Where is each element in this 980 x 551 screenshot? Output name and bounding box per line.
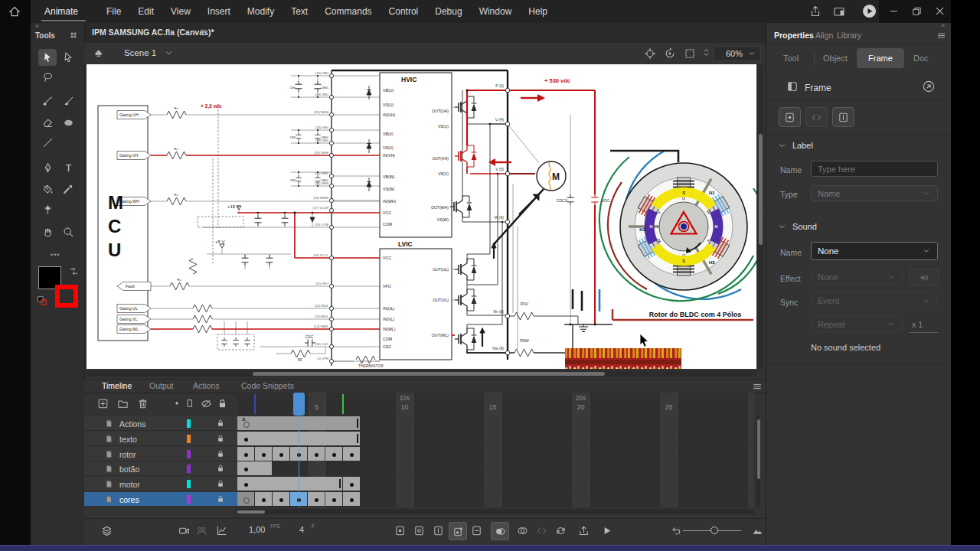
sound-repeat-select[interactable]: Repeat <box>811 316 903 332</box>
canvas-hscrollbar[interactable] <box>87 370 756 377</box>
canvas-vscrollbar[interactable] <box>757 64 763 369</box>
layer-row-motor[interactable]: motor <box>84 477 237 491</box>
onion-end-marker[interactable] <box>342 394 344 414</box>
subtab-frame[interactable]: Frame <box>857 48 904 68</box>
eraser-tool[interactable] <box>38 114 57 131</box>
loop-playback-button[interactable] <box>552 522 569 539</box>
onion-start-marker[interactable] <box>254 394 256 414</box>
more-tools-icon[interactable]: ••• <box>51 251 60 259</box>
auto-keyframe-button[interactable] <box>449 522 467 540</box>
clip-content-button[interactable] <box>684 47 696 60</box>
home-button[interactable] <box>8 5 21 18</box>
layers-options-button[interactable] <box>98 522 115 539</box>
label-name-input[interactable] <box>811 161 938 177</box>
subtab-doc[interactable]: Doc <box>913 54 929 63</box>
current-frame-value[interactable]: 4 <box>299 525 304 534</box>
line-tool[interactable] <box>38 134 57 151</box>
playhead-line[interactable] <box>299 416 300 507</box>
menu-insert[interactable]: Insert <box>199 0 239 23</box>
app-brand[interactable]: Animate <box>44 6 78 17</box>
properties-menu-icon[interactable] <box>936 31 946 41</box>
outline-layers-toggle[interactable] <box>185 398 195 409</box>
subtab-tool[interactable]: Tool <box>783 54 799 63</box>
playhead-handle[interactable] <box>293 393 305 416</box>
sound-loop-count[interactable]: x 1 <box>912 320 923 329</box>
reset-timeline-zoom-button[interactable] <box>668 522 684 539</box>
subtab-object[interactable]: Object <box>823 54 848 63</box>
edit-symbols-icon[interactable]: ♣ <box>95 47 102 59</box>
close-tab-icon[interactable]: × <box>201 26 206 37</box>
timeline-menu-icon[interactable] <box>752 381 763 392</box>
timeline-zoom-slider-handle[interactable] <box>710 527 718 534</box>
insert-frame-button[interactable] <box>430 522 446 539</box>
stage-canvas[interactable]: M <box>87 64 756 369</box>
layer-lock-icon[interactable] <box>216 434 225 445</box>
timeline-hscrollbar[interactable] <box>237 509 754 514</box>
close-window-button[interactable] <box>934 5 946 17</box>
asset-warp-tool[interactable] <box>38 201 57 217</box>
highlight-layers-toggle[interactable] <box>172 398 182 409</box>
delete-layer-button[interactable] <box>137 398 149 409</box>
sound-name-select[interactable]: None <box>811 242 938 260</box>
delete-frame-button[interactable] <box>468 522 485 539</box>
timeline-tab-code-snippets[interactable]: Code Snippets <box>241 380 294 393</box>
timeline-hscroll-thumb[interactable] <box>237 510 265 514</box>
menu-view[interactable]: View <box>162 0 199 23</box>
convert-to-symbol-icon[interactable] <box>923 80 935 93</box>
menu-window[interactable]: Window <box>471 0 521 23</box>
device-preview-button[interactable] <box>833 5 845 18</box>
sound-effect-select[interactable]: None <box>811 269 903 285</box>
timeline-zoom-max-button[interactable] <box>749 522 766 539</box>
menu-control[interactable]: Control <box>381 0 427 23</box>
onion-outline-button[interactable] <box>514 522 531 539</box>
layer-row-texto[interactable]: texto <box>84 432 237 446</box>
label-section-chevron[interactable] <box>777 141 787 151</box>
hide-layers-toggle[interactable] <box>201 398 212 409</box>
vscroll-thumb[interactable] <box>759 134 763 245</box>
layer-lock-icon[interactable] <box>216 449 225 460</box>
timeline-tab-timeline[interactable]: Timeline <box>102 380 132 393</box>
layer-lock-icon[interactable] <box>216 464 225 474</box>
zoom-tool[interactable] <box>59 223 77 240</box>
classic-brush-tool[interactable] <box>59 93 77 109</box>
subselection-tool[interactable] <box>59 49 77 66</box>
menu-file[interactable]: File <box>98 0 129 23</box>
text-tool[interactable]: T <box>59 159 77 176</box>
layer-row-botão[interactable]: botão <box>84 461 237 476</box>
menu-modify[interactable]: Modify <box>239 0 283 23</box>
advanced-layers-button[interactable] <box>193 522 210 539</box>
swap-colors-icon[interactable] <box>69 266 79 276</box>
fps-value[interactable]: 1,00 <box>249 525 265 534</box>
insert-blank-keyframe-button[interactable] <box>410 522 427 539</box>
insert-frame-button[interactable] <box>832 107 854 127</box>
scene-name[interactable]: Scene 1 <box>124 48 156 57</box>
menu-debug[interactable]: Debug <box>426 0 470 23</box>
code-snippet-button[interactable] <box>805 107 828 127</box>
layer-lock-icon[interactable] <box>216 479 225 490</box>
hscroll-thumb[interactable] <box>253 372 605 376</box>
sound-section-chevron[interactable] <box>777 222 787 232</box>
document-tab[interactable]: IPM SAMSUNG AC.fla (Canvas)* <box>92 28 214 37</box>
layer-row-rotor[interactable]: rotor <box>84 447 237 461</box>
insert-keyframe-button[interactable] <box>391 522 408 539</box>
default-colors-icon[interactable] <box>37 295 47 306</box>
menu-edit[interactable]: Edit <box>129 0 162 23</box>
zoom-stepper[interactable] <box>701 47 711 57</box>
paint-bucket-tool[interactable] <box>38 181 57 197</box>
timeline-vscroll-thumb[interactable] <box>757 419 760 479</box>
pen-tool[interactable] <box>38 159 57 176</box>
frame-span[interactable] <box>237 461 272 475</box>
lock-layers-toggle[interactable] <box>217 398 228 409</box>
timeline-vscrollbar[interactable] <box>756 416 760 507</box>
share-button[interactable] <box>809 5 822 18</box>
export-button[interactable] <box>575 522 592 539</box>
tab-library[interactable]: Library <box>837 31 861 40</box>
hand-tool[interactable] <box>38 223 57 240</box>
timeline-tab-actions[interactable]: Actions <box>193 380 219 393</box>
test-movie-button[interactable] <box>862 4 877 18</box>
zoom-dropdown[interactable]: 60% <box>714 46 761 61</box>
eyedropper-tool[interactable] <box>59 181 77 197</box>
new-folder-button[interactable] <box>117 398 129 409</box>
timeline-tab-output[interactable]: Output <box>149 380 174 393</box>
menu-commands[interactable]: Commands <box>316 0 380 23</box>
